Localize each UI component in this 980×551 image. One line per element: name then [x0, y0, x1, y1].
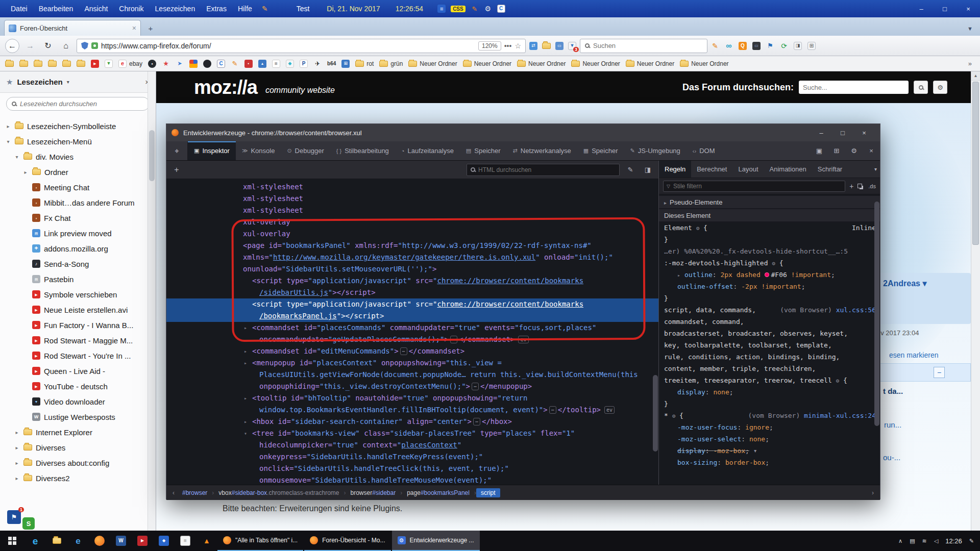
menu-chronik[interactable]: Chronik	[113, 3, 149, 15]
rule-line[interactable]: rule, conditions, action, bindings, bind…	[659, 351, 880, 363]
rule-line[interactable]: display: -moz-box; ▾	[659, 445, 880, 457]
bookmark-item-neuer-ordner[interactable]: Neuer Ordner	[680, 60, 728, 67]
rule-gear-icon[interactable]: ⚙	[772, 260, 775, 267]
tree-item[interactable]: ▶Queen - Live Aid -	[0, 363, 148, 379]
forum-username-link[interactable]: 2Andreas ▾	[883, 279, 926, 288]
brush-button[interactable]: ✎	[711, 42, 719, 50]
sidebar-tab-berechnet[interactable]: Berechnet	[691, 161, 732, 178]
taskbar-window-button[interactable]: Foren-Übersicht - Mo...	[304, 531, 390, 551]
rule-line[interactable]: key, toolbarpalette, toolbarset, templat…	[659, 339, 880, 351]
twisty-icon[interactable]: ▸	[244, 392, 252, 404]
maximize-button[interactable]: □	[832, 129, 853, 137]
tab-close-icon[interactable]: ×	[132, 24, 136, 32]
rule-line[interactable]: -moz-user-select: none;	[659, 433, 880, 445]
scrollbar-thumb[interactable]	[972, 82, 979, 245]
forum-topic-link[interactable]: run...	[884, 420, 901, 429]
pencil-icon[interactable]: ✎	[471, 5, 479, 13]
tree-item[interactable]: ✚addons.mozilla.org	[0, 241, 148, 256]
markup-line[interactable]: PlacesUIUtils.getViewForNode(document.po…	[166, 369, 658, 381]
taskbar-firefox-icon[interactable]	[89, 531, 110, 551]
sidebar-tab-layout[interactable]: Layout	[732, 161, 764, 178]
markup-line[interactable]: xul-overlay	[166, 216, 658, 228]
start-button[interactable]	[0, 531, 24, 551]
bookmark-item[interactable]: ✎	[231, 60, 239, 68]
tree-item[interactable]: WLustige Werbesposts	[0, 409, 148, 424]
twisty-icon[interactable]: ▸	[14, 460, 20, 466]
tab-foren-uebersicht[interactable]: Foren-Übersicht ×	[4, 20, 141, 36]
devtools-tab-inspektor[interactable]: ▣Inspektor	[188, 141, 236, 160]
breadcrumb-scroll-right-icon[interactable]: ›	[869, 489, 877, 496]
folder-yellow-button[interactable]	[542, 43, 551, 49]
bookmark-item[interactable]: P	[300, 60, 308, 68]
bookmark-item-neuer-ordner[interactable]: Neuer Ordner	[626, 60, 674, 67]
tree-item[interactable]: ▾div. Movies	[0, 149, 148, 164]
bookmark-item[interactable]	[48, 61, 57, 67]
gear-icon[interactable]: ⚙	[484, 5, 492, 13]
breadcrumb-scroll-left-icon[interactable]: ‹	[169, 489, 178, 496]
sidebar-switcher-icon[interactable]: ▾	[67, 79, 69, 85]
bookmark-item[interactable]	[203, 60, 211, 68]
sync-button[interactable]: ⟳	[780, 42, 788, 50]
add-node-button[interactable]: +	[170, 165, 183, 174]
taskbar-explorer-icon[interactable]	[46, 531, 67, 551]
site-identity-icon[interactable]	[81, 42, 88, 49]
markup-line[interactable]: /bookmarksPanel.js"></script>	[166, 310, 658, 322]
ribbon-button[interactable]: ⚑	[766, 42, 774, 50]
sidebar-tab-animationen[interactable]: Animationen	[764, 161, 812, 178]
markup-line[interactable]: xml-stylesheet	[166, 193, 658, 205]
maximize-button[interactable]: □	[933, 0, 957, 17]
twisty-icon[interactable]: ▸	[14, 445, 20, 450]
bookmark-item[interactable]: ▲	[258, 60, 266, 68]
bookmark-item[interactable]	[62, 61, 71, 67]
rule-line[interactable]: }	[659, 398, 880, 410]
taskbar-window-button[interactable]: "Alle in Tabs öffnen" i...	[217, 531, 303, 551]
taskbar-ie-icon[interactable]: e	[67, 531, 89, 551]
url-input[interactable]	[101, 42, 475, 50]
bookmark-item-grün[interactable]: grün	[379, 60, 403, 67]
add-rule-icon[interactable]: +	[849, 182, 853, 190]
rule-line[interactable]: Element ⚙ {Inline	[659, 222, 880, 234]
markup-line[interactable]: onpopuphiding="this._view.destroyContext…	[166, 381, 658, 392]
taskbar-blue-app-icon[interactable]: ◆	[153, 531, 175, 551]
ssl-lock-icon[interactable]	[91, 42, 98, 49]
markup-line[interactable]: ▸<commandset id="editMenuCommands">⋯</co…	[166, 345, 658, 357]
tv-button[interactable]: ▭	[752, 42, 761, 50]
css-badge-icon[interactable]: CSS	[451, 6, 465, 12]
devtools-tab-dom[interactable]: ‹›DOM	[687, 141, 721, 160]
tree-item[interactable]: ▶Rod Stewart - Maggie M...	[0, 333, 148, 348]
new-tab-button[interactable]: +	[143, 22, 158, 34]
bookmark-item-neuer-ordner[interactable]: Neuer Ordner	[517, 60, 566, 67]
menu-ansicht[interactable]: Ansicht	[79, 3, 113, 15]
rule-line[interactable]: content, member, triple, treechildren,	[659, 363, 880, 374]
bookmark-item[interactable]: ➤	[176, 60, 184, 68]
markup-line[interactable]: xul-overlay	[166, 228, 658, 240]
markup-line[interactable]: onmousemove="SidebarUtils.handleTreeMous…	[166, 474, 658, 485]
quick-button[interactable]: Q	[739, 42, 747, 50]
forum-search-options-button[interactable]: ⚙	[933, 81, 947, 94]
folder-blue-button[interactable]: ▭	[555, 42, 564, 50]
menu-datei[interactable]: Datei	[5, 3, 33, 15]
markup-line[interactable]: <script type="application/javascript" sr…	[166, 275, 658, 287]
markup-line[interactable]: onclick="SidebarUtils.handleTreeClick(th…	[166, 463, 658, 474]
forum-search-button[interactable]	[914, 81, 928, 94]
bookmark-item[interactable]: ▶	[91, 60, 99, 68]
twisty-icon[interactable]: ▾	[244, 428, 252, 439]
twisty-icon[interactable]: ▸	[244, 416, 252, 428]
bookmark-item[interactable]: ●	[148, 60, 156, 68]
markup-line[interactable]: onkeypress="SidebarUtils.handleTreeKeyPr…	[166, 451, 658, 463]
zoom-level-badge[interactable]: 120%	[478, 41, 501, 51]
tree-item[interactable]: ▤Link preview moved	[0, 226, 148, 241]
mark-read-link[interactable]: esen markieren	[889, 351, 939, 359]
rule-line[interactable]: :-moz-devtools-highlighted ⚙ {	[659, 257, 880, 269]
bookmark-item[interactable]	[189, 60, 198, 68]
tree-item[interactable]: ▶YouTube - deutsch	[0, 379, 148, 394]
menu-extras[interactable]: Extras	[201, 3, 232, 15]
twisty-icon[interactable]: ▾	[5, 139, 11, 144]
bookmark-item[interactable]: b64	[327, 60, 336, 68]
sidebar-search-input[interactable]	[20, 100, 144, 108]
addon-pencil-icon[interactable]: ✎	[262, 5, 268, 13]
devtools-tab-speicher[interactable]: ▤Speicher	[460, 141, 507, 160]
infinity-button[interactable]: ∞	[725, 42, 733, 50]
tools-grid-icon[interactable]: ⊞	[828, 147, 845, 155]
style-filter-field[interactable]: ▽	[663, 181, 845, 192]
